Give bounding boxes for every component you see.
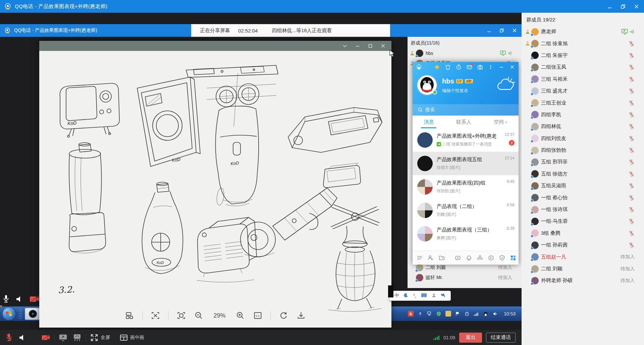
download-button[interactable] — [297, 311, 306, 320]
member-row[interactable]: 一组-马生蓉 — [523, 215, 644, 227]
timer-icon[interactable] — [455, 64, 462, 70]
muted-mic-icon[interactable] — [628, 41, 635, 47]
qq-minimize-button[interactable] — [498, 64, 504, 70]
member-row[interactable]: 五组赵一凡 待加入 — [523, 251, 644, 263]
tray-folder-icon[interactable] — [445, 311, 451, 317]
extract-text-button[interactable] — [151, 311, 160, 320]
actual-size-button[interactable]: 1:1 — [253, 311, 263, 320]
muted-mic-icon[interactable] — [628, 64, 635, 70]
member-row[interactable]: 外聘老师 孙硕 待加入 — [523, 275, 644, 286]
screen-share-button[interactable] — [59, 333, 67, 342]
member-row[interactable]: 三组 马裕禾 — [523, 73, 644, 85]
taskbar-item-camera-app[interactable] — [25, 308, 41, 320]
speaker-button[interactable] — [18, 333, 27, 342]
close-button[interactable] — [634, 4, 639, 9]
member-row[interactable]: 四组林侃 — [523, 121, 644, 132]
inner-minimize-button[interactable] — [487, 28, 491, 33]
member-row[interactable]: 扈老师 — [523, 26, 644, 38]
qq-avatar[interactable] — [417, 75, 437, 95]
tab[interactable]: 联系人 — [455, 116, 473, 128]
muted-mic-icon[interactable] — [628, 218, 635, 224]
muted-mic-icon[interactable] — [628, 206, 635, 213]
chat-list-item[interactable]: 产品效果图表现(四)组 张勃勃:[图片] 9:45 — [413, 175, 519, 199]
chat-list-item[interactable]: 产品效果图表现+外聘(扈老 二组 徐童旭撤回了一条消息 10:372 — [413, 128, 519, 152]
member-row[interactable]: 懿轩 Mr. 待加入 — [408, 273, 522, 283]
camera-off-button[interactable] — [42, 333, 50, 342]
add-friend-icon[interactable] — [428, 255, 434, 261]
muted-mic-icon[interactable] — [628, 159, 635, 165]
muted-mic-icon[interactable] — [628, 88, 635, 94]
tray-help-icon[interactable]: ? — [417, 311, 423, 317]
viewer-close-button[interactable] — [381, 44, 385, 48]
file-manager-icon[interactable] — [439, 255, 445, 261]
vip-star-icon[interactable] — [434, 64, 440, 70]
muted-mic-icon[interactable] — [628, 183, 635, 189]
inner-close-button[interactable] — [512, 28, 517, 33]
tab[interactable]: 空间∨ — [492, 116, 508, 128]
collapse-icon[interactable] — [342, 44, 347, 48]
tray-shield-icon[interactable] — [436, 311, 442, 317]
collage-layout-button[interactable] — [125, 311, 135, 320]
fit-screen-button[interactable] — [177, 311, 186, 320]
pip-label[interactable]: 画中画 — [130, 335, 144, 341]
camera-off-icon[interactable] — [30, 295, 40, 303]
tray-flag-icon[interactable] — [455, 311, 461, 317]
member-row[interactable]: 一组 张诗琪 — [523, 204, 644, 215]
zoom-in-button[interactable] — [236, 311, 245, 320]
ime-keyboard-icon[interactable] — [421, 293, 427, 298]
tray-network-signal-icon[interactable] — [474, 311, 479, 317]
ime-language-toggle[interactable]: 中 — [394, 293, 399, 299]
chat-list-item[interactable]: 产品表现（二组） 刘颖:[图片] 8:58 — [413, 199, 519, 222]
member-row[interactable]: 一组 蔡心怡 — [523, 192, 644, 203]
member-row[interactable]: 五组吴淑雨 — [523, 180, 644, 192]
game-center-icon[interactable] — [477, 255, 483, 261]
zoom-out-button[interactable] — [194, 311, 204, 320]
member-row[interactable]: 四组张勃勃 — [523, 144, 644, 156]
member-row[interactable]: 二组张玉凤 — [523, 61, 644, 73]
member-row[interactable]: 五组 徐德方 — [523, 168, 644, 180]
member-row[interactable]: 三组 盛兆才 — [523, 85, 644, 97]
muted-mic-icon[interactable] — [628, 76, 635, 82]
chat-list-item[interactable]: 产品效果图表现五组 徐德方:[图片] 10:14 — [413, 152, 519, 175]
security-icon[interactable] — [499, 255, 505, 261]
tray-sogou-icon[interactable]: S — [408, 311, 414, 317]
camera-icon[interactable] — [477, 64, 483, 70]
tray-window-icon[interactable] — [427, 311, 432, 317]
muted-mic-icon[interactable] — [628, 171, 635, 177]
member-row[interactable]: 二组 刘颖 待加入 — [523, 263, 644, 275]
muted-mic-icon[interactable] — [628, 230, 635, 236]
signature-edit[interactable]: 编辑个性签名 — [442, 88, 473, 94]
chat-list-item[interactable]: 产品效果图表现（三组） 桑腾:[图片] 8:39 — [413, 222, 519, 246]
muted-mic-icon[interactable] — [628, 100, 635, 106]
member-row[interactable]: 一组 孙莉茜 — [523, 239, 644, 251]
main-menu-icon[interactable] — [417, 255, 423, 261]
tray-qq-penguin-icon[interactable] — [483, 311, 489, 317]
whiteboard-button[interactable] — [73, 333, 82, 342]
muted-mic-icon[interactable] — [628, 123, 635, 130]
game-box-icon[interactable] — [455, 255, 461, 261]
qq-show-icon[interactable] — [466, 255, 472, 261]
rotate-button[interactable] — [279, 311, 288, 320]
member-row[interactable]: hbs — [408, 48, 522, 58]
muted-mic-icon[interactable] — [628, 147, 635, 153]
member-row[interactable]: 四组刘统友 — [523, 133, 644, 144]
dressup-shirt-icon[interactable] — [445, 64, 451, 70]
member-row[interactable]: 二组 徐童旭 — [523, 38, 644, 49]
mail-icon[interactable] — [466, 64, 472, 70]
ime-punctuation-toggle[interactable]: °, — [413, 293, 416, 298]
viewer-minimize-button[interactable] — [355, 44, 360, 48]
app-manager-icon[interactable] — [510, 255, 516, 261]
inner-restore-button[interactable] — [499, 28, 504, 33]
minimize-button[interactable] — [607, 4, 612, 9]
member-row[interactable]: 二组 朱振宇 — [523, 50, 644, 61]
qq-close-button[interactable] — [509, 64, 515, 70]
tencent-video-icon[interactable] — [488, 255, 494, 261]
tray-volume-icon[interactable] — [492, 311, 498, 317]
member-row[interactable]: 四组李凯 — [523, 109, 644, 121]
fullscreen-label[interactable]: 全屏 — [101, 335, 110, 341]
viewer-maximize-button[interactable] — [368, 44, 373, 48]
ime-moon-icon[interactable] — [404, 293, 408, 298]
member-row[interactable]: 五组 邢羽菲 — [523, 156, 644, 168]
member-row[interactable]: 三组王创业 — [523, 97, 644, 109]
start-button[interactable] — [2, 307, 16, 321]
